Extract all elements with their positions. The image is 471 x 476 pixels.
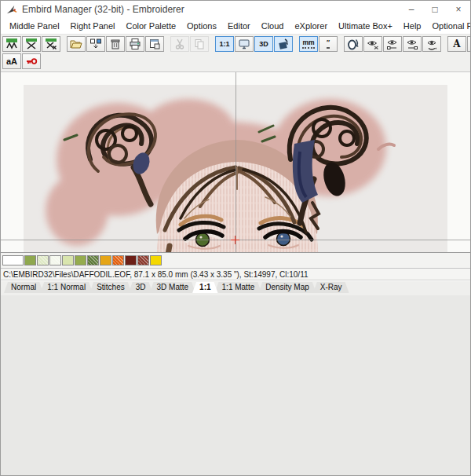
embroidery-artwork bbox=[24, 85, 447, 252]
open-folder-button[interactable] bbox=[67, 36, 86, 52]
hoop-rotate-button[interactable] bbox=[344, 36, 363, 52]
monitor-icon bbox=[238, 38, 250, 50]
print-button[interactable] bbox=[126, 36, 144, 52]
trim-view-button[interactable] bbox=[363, 36, 382, 52]
units-inch-button-label: ″ bbox=[327, 39, 330, 49]
monitor-button[interactable] bbox=[235, 36, 254, 52]
eye-rotate-icon bbox=[425, 38, 438, 50]
toolbar-group bbox=[67, 36, 165, 52]
view-tab-3d[interactable]: 3D bbox=[129, 282, 153, 293]
menu-item-middle-panel[interactable]: Middle Panel bbox=[4, 21, 65, 31]
menu-item-optional-plugins[interactable]: Optional Plug-ins bbox=[426, 21, 471, 31]
design-canvas[interactable] bbox=[1, 72, 470, 252]
scale-1to1-button[interactable]: 1:1 bbox=[215, 36, 234, 52]
toolbar-row-2: aA bbox=[2, 53, 469, 70]
eye-scissors-icon bbox=[367, 38, 379, 50]
toolbar-group: aA bbox=[2, 53, 42, 69]
minimize-button[interactable]: – bbox=[400, 1, 423, 18]
font-size-button-label: aA bbox=[6, 57, 17, 66]
view-tab-stitches[interactable]: Stitches bbox=[89, 282, 132, 293]
design-tools-off-button[interactable] bbox=[42, 36, 60, 52]
toolbar: 1:13Dmm″AAA aA bbox=[1, 35, 470, 72]
cut-icon bbox=[173, 38, 186, 50]
palette-swatch-3[interactable] bbox=[49, 255, 61, 265]
toolbar-group: mm″ bbox=[299, 36, 338, 52]
stitches-preview-button[interactable] bbox=[2, 36, 21, 52]
copy-files-button[interactable] bbox=[86, 36, 105, 52]
toolbar-group bbox=[170, 36, 210, 52]
palette-swatch-7[interactable] bbox=[100, 255, 111, 265]
menu-item-explorer[interactable]: eXplorer bbox=[289, 21, 333, 31]
design-tools-button[interactable] bbox=[22, 36, 41, 52]
view-tab-density-map[interactable]: Density Map bbox=[258, 282, 316, 293]
toolbar-group: AAA bbox=[447, 36, 471, 52]
view-tab-bar: Normal1:1 NormalStitches3D3D Matte1:11:1… bbox=[1, 280, 470, 295]
view-tab-1-1[interactable]: 1:1 bbox=[192, 282, 217, 293]
status-text: C:\EMBIRD32\Files\DAFFODIL.EOF, 87.1 x 8… bbox=[3, 270, 309, 279]
palette-swatch-2[interactable] bbox=[37, 255, 49, 265]
show-start-button[interactable] bbox=[383, 36, 402, 52]
palette-swatch-10[interactable] bbox=[137, 255, 149, 265]
palette-swatch-9[interactable] bbox=[125, 255, 137, 265]
window-title: Embird Manager (32-bit) - Embroiderer bbox=[22, 4, 184, 15]
title-bar: Embird Manager (32-bit) - Embroiderer – … bbox=[1, 1, 470, 18]
palette-swatch-11[interactable] bbox=[150, 255, 162, 265]
view-tab-1-1-normal[interactable]: 1:1 Normal bbox=[40, 282, 93, 293]
copy-icon bbox=[193, 38, 206, 50]
menu-item-editor[interactable]: Editor bbox=[222, 21, 256, 31]
open-folder-icon bbox=[70, 38, 82, 50]
toolbar-group bbox=[2, 36, 61, 52]
show-end-button[interactable] bbox=[403, 36, 422, 52]
eye-start-icon bbox=[386, 38, 399, 50]
design-tools-off-icon bbox=[45, 38, 57, 50]
toolbar-row-1: 1:13Dmm″AAA bbox=[2, 35, 469, 53]
rotate-3d-button[interactable] bbox=[274, 36, 293, 52]
design-tools-icon bbox=[25, 38, 38, 50]
window-button[interactable] bbox=[145, 36, 164, 52]
status-bar: C:\EMBIRD32\Files\DAFFODIL.EOF, 87.1 x 8… bbox=[1, 269, 470, 280]
view-tab-1-1-matte[interactable]: 1:1 Matte bbox=[215, 282, 262, 293]
palette-swatch-6[interactable] bbox=[87, 255, 99, 265]
palette-swatch-8[interactable] bbox=[112, 255, 124, 265]
hoop-rotate-icon bbox=[347, 38, 360, 50]
view-tab-normal[interactable]: Normal bbox=[4, 282, 43, 293]
delete-button[interactable] bbox=[106, 36, 125, 52]
menu-item-options[interactable]: Options bbox=[181, 21, 222, 31]
menu-item-ultimate-box[interactable]: Ultimate Box+ bbox=[333, 21, 398, 31]
embird-manager-window: Embird Manager (32-bit) - Embroiderer – … bbox=[0, 0, 471, 476]
menu-item-cloud[interactable]: Cloud bbox=[256, 21, 290, 31]
letter-normal-button[interactable]: A bbox=[447, 36, 466, 52]
letter-italic-button[interactable]: A bbox=[467, 36, 471, 52]
rotate-3d-icon bbox=[277, 38, 290, 50]
window-icon bbox=[148, 38, 161, 50]
view-tab-3d-matte[interactable]: 3D Matte bbox=[150, 282, 196, 293]
view-3d-button-label: 3D bbox=[259, 41, 268, 48]
close-button[interactable]: × bbox=[447, 1, 470, 18]
copy-button bbox=[190, 36, 209, 52]
letter-normal-button-label: A bbox=[453, 39, 460, 49]
scale-1to1-button-label: 1:1 bbox=[219, 41, 229, 48]
palette-swatch-4[interactable] bbox=[62, 255, 74, 265]
eye-end-icon bbox=[406, 38, 418, 50]
stitches-preview-icon bbox=[5, 38, 18, 50]
embird-logo-icon bbox=[5, 4, 17, 16]
units-inch-button[interactable]: ″ bbox=[319, 36, 338, 52]
printer-icon bbox=[129, 38, 141, 50]
password-key-button[interactable] bbox=[22, 53, 41, 69]
maximize-button[interactable]: □ bbox=[423, 1, 447, 18]
toolbar-group bbox=[344, 36, 442, 52]
palette-swatch-1[interactable] bbox=[24, 255, 36, 265]
palette-swatch-0[interactable] bbox=[2, 255, 24, 265]
palette-swatch-5[interactable] bbox=[75, 255, 86, 265]
view-tab-x-ray[interactable]: X-Ray bbox=[313, 282, 349, 293]
units-mm-button[interactable]: mm bbox=[299, 36, 318, 52]
show-rotate-button[interactable] bbox=[422, 36, 441, 52]
font-size-button[interactable]: aA bbox=[2, 53, 21, 69]
menu-item-help[interactable]: Help bbox=[398, 21, 427, 31]
toolbar-group: 1:13D bbox=[215, 36, 294, 52]
menu-item-right-panel[interactable]: Right Panel bbox=[65, 21, 121, 31]
key-icon bbox=[25, 55, 38, 68]
view-3d-button[interactable]: 3D bbox=[254, 36, 273, 52]
menu-bar: Middle Panel Right Panel Color Palette O… bbox=[1, 18, 470, 35]
menu-item-color-palette[interactable]: Color Palette bbox=[120, 21, 181, 31]
